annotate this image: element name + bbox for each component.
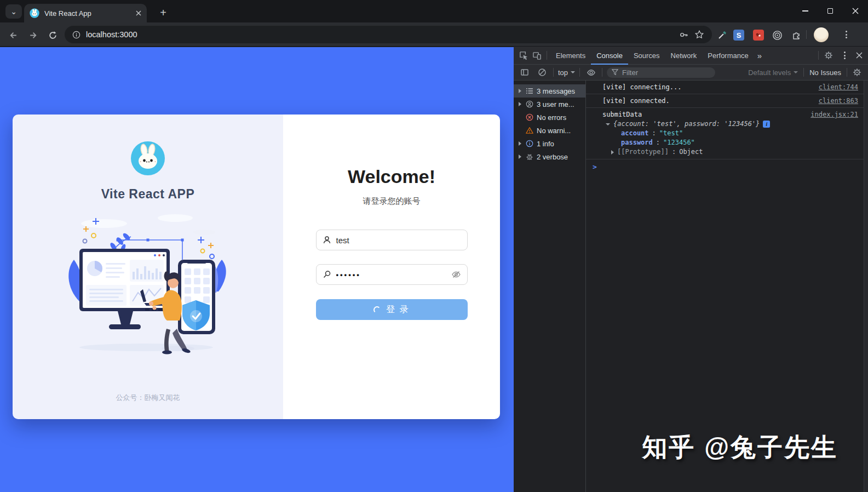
browser-menu-button[interactable]	[840, 28, 852, 41]
s-extension-icon[interactable]: S	[732, 28, 746, 42]
brand-title: Vite React APP	[101, 187, 195, 202]
collapse-icon[interactable]	[606, 123, 610, 125]
close-icon	[852, 8, 859, 14]
sidebar-item-messages[interactable]: 3 messages	[514, 84, 585, 98]
url-text[interactable]: localhost:3000	[86, 30, 673, 39]
screen: ⌄ Vite React App + localhost:3000 S	[0, 0, 868, 492]
funnel-icon	[612, 69, 618, 76]
window-maximize-button[interactable]	[818, 0, 843, 22]
tab-close-icon[interactable]	[136, 10, 141, 16]
error-icon	[526, 113, 533, 121]
console-sidebar-toggle-icon[interactable]	[518, 66, 531, 79]
login-button[interactable]: 登 录	[316, 299, 468, 320]
sidebar-item-errors[interactable]: No errors	[514, 111, 585, 124]
object-preview[interactable]: {account: 'test', password: '123456'}	[613, 119, 760, 129]
password-field[interactable]	[316, 264, 468, 285]
context-selector[interactable]: top	[558, 68, 575, 77]
sidebar-item-info[interactable]: 1 info	[514, 137, 585, 150]
divider	[579, 68, 580, 77]
chevron-down-icon	[571, 71, 575, 73]
tab-elements[interactable]: Elements	[550, 47, 591, 65]
plus-icon: +	[160, 7, 166, 19]
tab-performance[interactable]: Performance	[702, 47, 754, 65]
app-logo-rabbit-icon	[130, 141, 165, 176]
log-levels-selector[interactable]: Default levels	[748, 68, 798, 77]
user-messages-icon	[526, 100, 533, 108]
devtools-panel: Elements Console Sources Network Perform…	[514, 47, 868, 492]
welcome-title: Welcome!	[348, 166, 435, 187]
sidebar-item-warnings[interactable]: No warni...	[514, 124, 585, 137]
bookmark-star-icon[interactable]	[694, 30, 704, 39]
eye-invisible-icon[interactable]	[451, 270, 461, 279]
tab-network[interactable]: Network	[665, 47, 703, 65]
issues-counter[interactable]: No Issues	[809, 68, 841, 77]
forward-button[interactable]	[26, 28, 39, 42]
account-input[interactable]	[336, 236, 461, 245]
browser-tab[interactable]: Vite React App	[24, 4, 147, 22]
info-icon	[526, 140, 533, 147]
devtools-settings-gear-icon[interactable]	[824, 51, 833, 60]
expand-icon	[519, 89, 521, 93]
divider	[803, 68, 804, 77]
watermark-text: 知乎 @兔子先生	[642, 431, 838, 465]
expand-icon	[611, 150, 614, 155]
divider	[847, 68, 847, 77]
chevron-down-icon: ⌄	[10, 7, 17, 16]
source-link[interactable]: client:744	[819, 83, 858, 91]
password-input[interactable]	[336, 271, 446, 279]
console-settings-gear-icon[interactable]	[853, 68, 861, 77]
divider	[547, 51, 547, 60]
red-extension-icon[interactable]	[751, 28, 766, 42]
profile-avatar[interactable]	[814, 27, 829, 42]
window-minimize-button[interactable]	[792, 0, 818, 22]
info-badge-icon[interactable]: i	[763, 121, 770, 128]
console-scrollbar[interactable]	[864, 81, 868, 492]
console-prompt[interactable]: >	[586, 159, 868, 171]
site-info-icon[interactable]	[72, 31, 81, 39]
object-property: account: "test"	[602, 129, 816, 138]
wechat-footer-text: 公众号：卧梅又闻花	[116, 393, 180, 403]
tab-console[interactable]: Console	[591, 47, 628, 65]
prototype-row[interactable]: [[Prototype]]: Object	[602, 147, 816, 157]
colorpicker-extension-icon[interactable]	[715, 28, 729, 42]
log-text: [vite] connected.	[602, 97, 670, 105]
sidebar-item-user-messages[interactable]: 3 user me...	[514, 98, 585, 111]
sidebar-item-verbose[interactable]: 2 verbose	[514, 150, 585, 163]
account-field[interactable]	[316, 230, 468, 250]
back-icon	[9, 31, 18, 40]
new-tab-button[interactable]: +	[156, 5, 171, 20]
console-log-group: submitData index.jsx:21 {account: 'test'…	[586, 108, 868, 159]
divider	[818, 51, 819, 60]
warning-icon	[526, 127, 533, 134]
chevron-down-icon	[794, 71, 798, 73]
expand-icon	[519, 141, 521, 146]
inspect-element-icon[interactable]	[517, 49, 530, 62]
reload-button[interactable]	[46, 28, 59, 42]
clear-console-icon[interactable]	[536, 66, 549, 79]
live-expression-eye-icon[interactable]	[584, 66, 597, 79]
tab-sources[interactable]: Sources	[628, 47, 665, 65]
target-extension-icon[interactable]	[770, 28, 784, 42]
devtools-menu-icon[interactable]	[838, 49, 850, 61]
console-log-row: [vite] connecting... client:744	[586, 81, 868, 94]
source-link[interactable]: client:863	[819, 96, 858, 105]
filter-placeholder: Filter	[622, 68, 638, 77]
console-log-row: [vite] connected. client:863	[586, 94, 868, 108]
console-filter-input[interactable]: Filter	[607, 67, 715, 78]
more-tabs-icon[interactable]: »	[754, 51, 765, 60]
tab-search-button[interactable]: ⌄	[5, 4, 22, 19]
device-toolbar-icon[interactable]	[530, 49, 543, 62]
devtools-tab-bar: Elements Console Sources Network Perform…	[514, 47, 868, 65]
devtools-close-icon[interactable]	[856, 52, 863, 59]
password-key-icon[interactable]	[679, 30, 689, 40]
log-text: [vite] connecting...	[602, 83, 682, 91]
log-label: submitData	[602, 110, 642, 119]
login-subtitle: 请登录您的账号	[363, 196, 421, 207]
window-close-button[interactable]	[843, 0, 868, 22]
back-button[interactable]	[7, 28, 20, 42]
login-illustration	[62, 209, 233, 358]
extensions-puzzle-icon[interactable]	[789, 28, 803, 42]
source-link[interactable]: index.jsx:21	[810, 110, 858, 119]
url-bar[interactable]: localhost:3000	[65, 26, 712, 43]
expand-icon	[519, 155, 521, 159]
